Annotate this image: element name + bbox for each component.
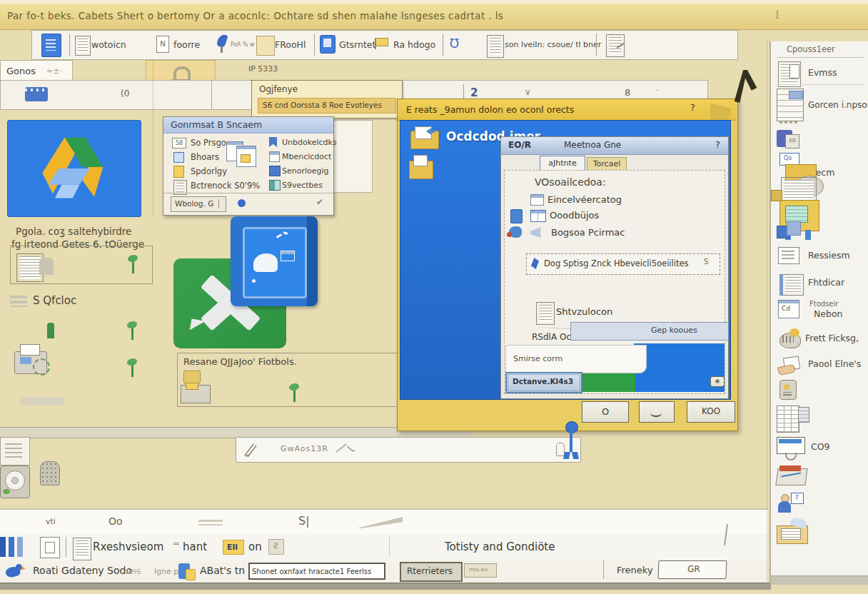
abats-icon xyxy=(177,562,196,580)
gep-button[interactable]: Gep kooues xyxy=(570,322,729,341)
rahdogo-button[interactable]: Ra hdogo xyxy=(393,39,435,50)
note-chip xyxy=(0,437,30,465)
wotoicn-button[interactable]: wotoicn xyxy=(91,39,126,50)
si-label[interactable]: S| xyxy=(298,514,310,528)
figure-icon xyxy=(47,323,54,338)
highlight-row[interactable]: Dog Sptisg Znck Hbeveicli5oeiilites S xyxy=(526,253,720,275)
menu-meetnoa[interactable]: Meetnoa Gne xyxy=(564,140,621,150)
bird-beak xyxy=(21,566,26,570)
pushpin-icon[interactable] xyxy=(560,421,582,463)
list-item-label: Eincelvéercatog xyxy=(547,194,622,205)
gtsrntet-button[interactable]: Gtsrntet xyxy=(339,39,375,50)
chevron-down-icon[interactable]: ∨ xyxy=(525,87,531,97)
option-label: Bctrenock S0'9% xyxy=(191,181,260,191)
refresh-icon[interactable]: Ʊ xyxy=(450,36,459,51)
stand xyxy=(785,453,797,460)
s-chip[interactable]: Ƨ xyxy=(268,539,284,555)
ell-chip[interactable]: Ell xyxy=(223,540,244,555)
frame-banner[interactable]: E reats _9amun dolon eo oconl orects ? xyxy=(398,99,736,121)
frhool-button[interactable]: FRooHl xyxy=(275,39,306,50)
ok-button[interactable]: O xyxy=(582,401,629,423)
foorre-button[interactable]: foorre xyxy=(173,39,200,50)
bottom-row3: Roati Gdateny Sodo ans lgne pw ABat's tn… xyxy=(0,560,768,583)
gr-button[interactable]: GR xyxy=(658,560,727,579)
status-dot[interactable] xyxy=(238,199,246,207)
folder-small-icon[interactable] xyxy=(183,371,201,383)
brush-icon[interactable] xyxy=(212,34,228,53)
foorre-icon[interactable]: N xyxy=(156,36,169,53)
doc-pencil-icon[interactable] xyxy=(606,34,625,57)
cd-drive-icon[interactable] xyxy=(0,465,30,498)
sidebar-item-ressiesm[interactable]: Ressiesm xyxy=(771,246,868,267)
mssavi-button[interactable]: mss.avi xyxy=(464,563,497,578)
options-titlebar[interactable]: EO/R Meetnoa Gne ? xyxy=(501,137,728,155)
doc-icon[interactable] xyxy=(73,538,91,560)
arrowhead xyxy=(190,318,206,332)
cat-stripes xyxy=(782,336,794,343)
vti-label[interactable]: vti xyxy=(46,517,56,526)
sort-icon[interactable]: 2 xyxy=(470,86,478,99)
help-glyph[interactable]: ? xyxy=(690,102,695,113)
wbolog-dropdown[interactable]: Wbolog. G xyxy=(171,196,226,212)
sidebar-item-frett[interactable]: Frett Ficksg, xyxy=(771,326,868,353)
report-icon[interactable] xyxy=(487,35,504,58)
sidebar-item-phone[interactable] xyxy=(778,378,799,400)
faded-label: ans xyxy=(126,566,141,576)
oo-label[interactable]: Oo xyxy=(108,515,123,527)
smile-button[interactable] xyxy=(639,401,675,423)
film-icon[interactable] xyxy=(25,87,48,101)
separator xyxy=(69,34,70,56)
son-lvein-button[interactable]: son lveiIn: csoue/ tl bner xyxy=(505,40,601,49)
share-dialog-titlebar[interactable]: Gonrmsat B Sncaem xyxy=(163,117,333,134)
doc-blue-icon xyxy=(779,274,804,296)
sidebar-item-cubes[interactable] xyxy=(777,221,805,241)
ssrenye-row[interactable]: S6 cnd Oorssta 8 Roe Evotleyes xyxy=(258,98,396,114)
frhool-icon[interactable] xyxy=(256,36,275,56)
tab-ajhtnte[interactable]: aJhtnte xyxy=(540,156,585,171)
sidebar-item-person-flag[interactable]: F xyxy=(778,493,807,514)
sidebar-item-nebon[interactable]: Cd Ftodseir Nebon xyxy=(771,298,868,323)
glyph xyxy=(45,542,55,553)
printer-small-icon[interactable] xyxy=(181,385,211,403)
qfcloc-label: S Qfcloc xyxy=(33,294,76,307)
context-input[interactable] xyxy=(248,563,385,580)
counter-label: (0 xyxy=(121,89,129,99)
sidebar-item-spreadsheet[interactable] xyxy=(777,406,809,433)
margin-brush-icon xyxy=(509,226,522,238)
cd-glyph: Cd xyxy=(782,305,790,312)
sidebar-item-mail[interactable] xyxy=(777,518,811,544)
koo-button[interactable]: KOO xyxy=(687,401,735,423)
gtsrntet-icon[interactable] xyxy=(320,35,335,54)
server-tab xyxy=(789,91,803,99)
tab-torcael[interactable]: Torcael xyxy=(587,157,627,171)
pin-foot xyxy=(563,452,570,459)
sidebar-item-co9[interactable]: CO9 xyxy=(771,436,868,460)
dialog-help-button[interactable]: ? xyxy=(715,139,720,150)
flag-icon[interactable] xyxy=(373,36,389,51)
google-drive-tile[interactable] xyxy=(7,120,141,217)
sidebar-item-gorcen[interactable]: Gorcen i.npson xyxy=(771,87,868,124)
menubar[interactable]: Par fo-t beks. Cabets Shert o bertomy Or… xyxy=(0,3,868,30)
share-dialog-title: Gonrmsat B Sncaem xyxy=(171,119,262,130)
rterrieters-button[interactable]: Rterrieters xyxy=(400,562,463,582)
tool-box-icon[interactable] xyxy=(40,537,60,558)
sidebar-item-evmss[interactable]: Evmss xyxy=(771,60,868,84)
resize-grip[interactable] xyxy=(20,397,64,406)
shtv-label: Shtvzulocon xyxy=(556,306,612,317)
sidebar-item-map[interactable] xyxy=(777,465,807,487)
hant-label[interactable]: hant xyxy=(183,540,207,553)
address-bar[interactable]: GwAos13R xyxy=(236,437,581,463)
sidebar-item-fhtdicar[interactable]: Fhtdicar xyxy=(771,273,868,293)
wotoicn-icon[interactable] xyxy=(75,36,91,56)
sidebar-item-package[interactable]: XG xyxy=(777,127,801,148)
camera-mini-button[interactable]: ◉ xyxy=(710,376,725,387)
new-document-icon[interactable] xyxy=(41,34,61,57)
ip-label: IP 5333 xyxy=(248,64,278,74)
doc-lines xyxy=(46,39,56,51)
sidebar-item-paool[interactable]: Paool Elne's xyxy=(771,356,868,376)
rxesh-label[interactable]: Rxeshvsieom xyxy=(93,540,163,553)
menu-eor[interactable]: EO/R xyxy=(508,140,531,150)
blue-tablet-tile[interactable] xyxy=(231,216,318,306)
margin-folder-icon[interactable] xyxy=(409,155,433,179)
dctanve-button[interactable]: Dctanve.Kl4s3 xyxy=(505,372,582,393)
